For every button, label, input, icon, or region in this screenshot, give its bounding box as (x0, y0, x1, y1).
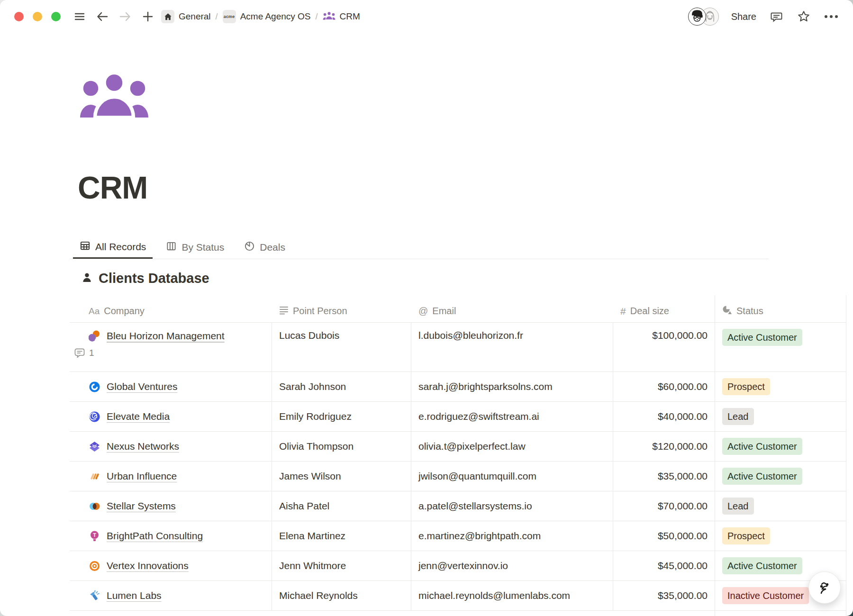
company-page-link[interactable]: Vertex Innovations (107, 560, 189, 571)
column-divider[interactable] (715, 295, 715, 616)
email-link[interactable]: jenn@vertexinnov.io (418, 560, 508, 571)
status-cell[interactable]: Lead (715, 498, 846, 515)
column-header-status[interactable]: Status (715, 305, 846, 317)
status-badge[interactable]: Lead (722, 408, 754, 425)
status-cell[interactable]: Prospect (715, 378, 846, 395)
share-button[interactable]: Share (731, 11, 756, 22)
email-link[interactable]: e.rodriguez@swiftstream.ai (418, 411, 539, 422)
breadcrumb-home[interactable]: General (161, 10, 211, 23)
email-cell[interactable]: e.rodriguez@swiftstream.ai (411, 411, 613, 422)
table-row[interactable]: T BrightPath Consulting Elena Martinez e… (70, 521, 846, 551)
new-tab-icon[interactable] (140, 9, 155, 24)
email-link[interactable]: l.dubois@bleuhorizon.fr (418, 330, 523, 341)
deal-size-cell[interactable]: $100,000.00 (613, 323, 715, 341)
point-person-cell[interactable]: Jenn Whitmore (272, 560, 411, 571)
status-cell[interactable]: Lead (715, 408, 846, 425)
company-cell[interactable]: Stellar Systems (70, 500, 272, 512)
company-page-link[interactable]: Lumen Labs (107, 590, 162, 601)
email-cell[interactable]: e.martinez@brightpath.com (411, 530, 613, 542)
status-badge[interactable]: Inactive Customer (722, 587, 809, 604)
deal-size-cell[interactable]: $70,000.00 (613, 500, 715, 512)
column-divider[interactable] (846, 295, 846, 616)
company-page-link[interactable]: Urban Influence (107, 471, 177, 482)
status-badge[interactable]: Active Customer (722, 438, 802, 455)
company-cell[interactable]: Urban Influence (70, 471, 272, 482)
status-badge[interactable]: Prospect (722, 527, 770, 544)
table-row[interactable]: Stellar Systems Aisha Patel a.patel@stel… (70, 491, 846, 521)
point-person-cell[interactable]: Lucas Dubois (272, 323, 411, 341)
table-row[interactable]: Global Ventures Sarah Johnson sarah.j@br… (70, 372, 846, 402)
minimize-window-button[interactable] (33, 12, 42, 21)
company-cell[interactable]: Bleu Horizon Management 1 (70, 323, 272, 358)
company-cell[interactable]: Elevate Media (70, 411, 272, 423)
company-page-link[interactable]: Elevate Media (107, 411, 170, 422)
company-cell[interactable]: Nexus Networks (70, 441, 272, 453)
point-person-cell[interactable]: Aisha Patel (272, 500, 411, 512)
column-divider[interactable] (613, 323, 613, 611)
email-link[interactable]: olivia.t@pixelperfect.law (418, 441, 526, 452)
email-link[interactable]: michael.reynolds@lumenlabs.com (418, 590, 570, 601)
table-row[interactable]: Vertex Innovations Jenn Whitmore jenn@ve… (70, 551, 846, 581)
table-row[interactable]: Lumen Labs Michael Reynolds michael.reyn… (70, 581, 846, 611)
email-link[interactable]: e.martinez@brightpath.com (418, 530, 541, 542)
email-cell[interactable]: a.patel@stellarsystems.io (411, 500, 613, 512)
zoom-window-button[interactable] (51, 12, 61, 21)
deal-size-cell[interactable]: $50,000.00 (613, 530, 715, 542)
email-cell[interactable]: olivia.t@pixelperfect.law (411, 441, 613, 452)
company-cell[interactable]: Lumen Labs (70, 590, 272, 602)
point-person-cell[interactable]: Olivia Thompson (272, 441, 411, 452)
forward-icon[interactable] (118, 9, 133, 24)
status-badge[interactable]: Active Customer (722, 468, 802, 485)
point-person-cell[interactable]: James Wilson (272, 471, 411, 482)
column-divider[interactable] (411, 323, 411, 611)
comment-count[interactable]: 1 (74, 348, 225, 358)
column-header-email[interactable]: @ Email (411, 306, 613, 317)
column-divider[interactable] (272, 323, 272, 611)
deal-size-cell[interactable]: $35,000.00 (613, 590, 715, 601)
favorite-star-icon[interactable] (796, 9, 811, 24)
status-cell[interactable]: Active Customer (715, 468, 846, 485)
company-cell[interactable]: Global Ventures (70, 381, 272, 393)
deal-size-cell[interactable]: $35,000.00 (613, 471, 715, 482)
breadcrumb-workspace[interactable]: acme Acme Agency OS (223, 10, 311, 23)
deal-size-cell[interactable]: $45,000.00 (613, 560, 715, 571)
status-cell[interactable]: Active Customer (715, 438, 846, 455)
table-row[interactable]: Urban Influence James Wilson jwilson@qua… (70, 462, 846, 491)
email-link[interactable]: jwilson@quantumquill.com (418, 471, 536, 482)
company-cell[interactable]: T BrightPath Consulting (70, 530, 272, 542)
tab-deals[interactable]: Deals (237, 236, 292, 259)
status-badge[interactable]: Lead (722, 498, 754, 515)
company-page-link[interactable]: BrightPath Consulting (107, 530, 203, 542)
deal-size-cell[interactable]: $40,000.00 (613, 411, 715, 422)
column-header-point-person[interactable]: Point Person (272, 305, 411, 317)
status-cell[interactable]: Prospect (715, 527, 846, 544)
breadcrumb-current-page[interactable]: CRM (323, 11, 360, 22)
deal-size-cell[interactable]: $60,000.00 (613, 381, 715, 392)
email-cell[interactable]: michael.reynolds@lumenlabs.com (411, 590, 613, 601)
point-person-cell[interactable]: Elena Martinez (272, 530, 411, 542)
close-window-button[interactable] (14, 12, 24, 21)
company-page-link[interactable]: Bleu Horizon Management (107, 330, 225, 342)
company-page-link[interactable]: Global Ventures (107, 381, 177, 392)
point-person-cell[interactable]: Emily Rodriguez (272, 411, 411, 422)
status-badge[interactable]: Active Customer (722, 329, 802, 346)
email-cell[interactable]: jenn@vertexinnov.io (411, 560, 613, 571)
email-cell[interactable]: l.dubois@bleuhorizon.fr (411, 323, 613, 341)
comments-icon[interactable] (769, 9, 784, 24)
email-link[interactable]: a.patel@stellarsystems.io (418, 500, 532, 512)
page-icon-people-group[interactable] (79, 72, 150, 119)
point-person-cell[interactable]: Michael Reynolds (272, 590, 411, 601)
table-row[interactable]: Bleu Horizon Management 1 Lucas Dubois l… (70, 323, 846, 372)
email-link[interactable]: sarah.j@brightsparksolns.com (418, 381, 553, 392)
company-page-link[interactable]: Nexus Networks (107, 441, 179, 452)
sidebar-menu-icon[interactable] (72, 9, 87, 24)
table-row[interactable]: Nexus Networks Olivia Thompson olivia.t@… (70, 432, 846, 462)
status-badge[interactable]: Prospect (722, 378, 770, 395)
status-badge[interactable]: Active Customer (722, 557, 802, 574)
point-person-cell[interactable]: Sarah Johnson (272, 381, 411, 392)
tab-all-records[interactable]: All Records (73, 236, 153, 259)
company-cell[interactable]: Vertex Innovations (70, 560, 272, 572)
status-cell[interactable]: Active Customer (715, 323, 846, 346)
deal-size-cell[interactable]: $120,000.00 (613, 441, 715, 452)
active-users[interactable] (688, 8, 719, 26)
